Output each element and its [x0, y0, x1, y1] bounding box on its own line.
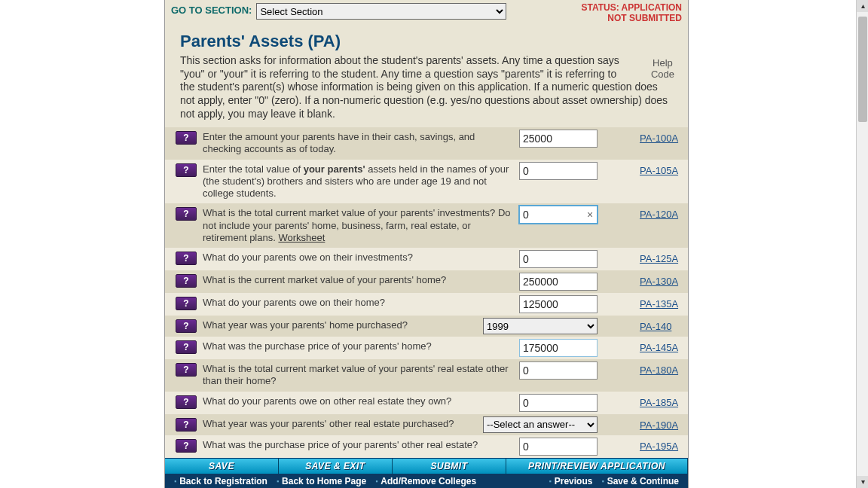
help-code-link[interactable]: PA-190A	[640, 416, 683, 431]
help-code-link[interactable]: PA-105A	[640, 162, 683, 176]
back-to-registration-link[interactable]: Back to Registration	[174, 476, 267, 486]
question-text: What do your parents owe on their home?	[197, 295, 519, 310]
submit-button[interactable]: SUBMIT	[393, 459, 506, 474]
help-code-link[interactable]: PA-125A	[640, 250, 683, 264]
help-code-link[interactable]: PA-145A	[640, 339, 683, 353]
help-icon[interactable]: ?	[176, 163, 197, 177]
previous-link[interactable]: Previous	[549, 476, 593, 486]
input-pa135a[interactable]	[519, 295, 598, 313]
question-row-pa190a: ? What year was your parents' other real…	[165, 414, 688, 435]
input-pa180a[interactable]	[519, 361, 598, 380]
help-icon[interactable]: ?	[176, 439, 197, 453]
add-remove-colleges-link[interactable]: Add/Remove Colleges	[375, 476, 476, 486]
print-review-button[interactable]: PRINT/REVIEW APPLICATION	[506, 459, 688, 474]
question-text: Enter the total value of your parents' a…	[197, 162, 519, 202]
help-code-link[interactable]: PA-140	[640, 318, 683, 332]
question-row-pa125a: ? What do your parents owe on their inve…	[165, 248, 688, 270]
help-icon[interactable]: ?	[176, 252, 197, 265]
section-header: Help Code Parents' Assets (PA) This sect…	[165, 32, 688, 128]
scroll-down-icon[interactable]: ▾	[857, 476, 868, 488]
question-text: What is the current market value of your…	[197, 273, 519, 288]
help-icon[interactable]: ?	[176, 274, 197, 288]
select-pa140[interactable]: 1999	[483, 318, 598, 334]
status-line1: STATUS: APPLICATION	[581, 3, 682, 14]
help-icon[interactable]: ?	[176, 363, 197, 377]
goto-label: GO TO SECTION:	[171, 5, 252, 16]
select-pa190a[interactable]: --Select an answer--	[483, 416, 598, 433]
help-icon[interactable]: ?	[176, 131, 197, 145]
nav-bar: Back to Registration Back to Home Page A…	[165, 474, 688, 488]
question-row-pa135a: ? What do your parents owe on their home…	[165, 293, 688, 316]
help-code-link[interactable]: PA-135A	[640, 295, 683, 310]
goto-section-select[interactable]: Select Section	[256, 3, 506, 20]
question-row-pa105a: ? Enter the total value of your parents'…	[165, 160, 688, 204]
question-row-pa185a: ? What do your parents owe on other real…	[165, 392, 688, 414]
question-text: Enter the amount your parents have in th…	[197, 130, 519, 157]
input-pa195a[interactable]	[519, 438, 598, 456]
question-rows: ? Enter the amount your parents have in …	[165, 127, 688, 458]
question-text: What was the purchase price of your pare…	[197, 339, 519, 354]
question-text: What do your parents owe on their invest…	[197, 250, 519, 265]
help-icon[interactable]: ?	[176, 207, 197, 221]
question-text: What is the total current market value o…	[197, 206, 519, 246]
help-code-link[interactable]: PA-180A	[640, 361, 683, 376]
clear-input-icon[interactable]: ×	[584, 209, 596, 221]
help-code-link[interactable]: PA-195A	[640, 438, 683, 452]
scroll-up-icon[interactable]: ▴	[857, 0, 868, 12]
help-code-link[interactable]: PA-100A	[640, 130, 683, 144]
input-pa125a[interactable]	[519, 250, 598, 268]
question-text: What year was your parents' home purchas…	[197, 318, 519, 333]
question-row-pa130a: ? What is the current market value of yo…	[165, 270, 688, 293]
status-line2: NOT SUBMITTED	[581, 14, 682, 24]
help-icon[interactable]: ?	[176, 395, 197, 409]
input-pa130a[interactable]	[519, 273, 598, 291]
section-description: This section asks for information about …	[180, 54, 674, 122]
action-bar: SAVE SAVE & EXIT SUBMIT PRINT/REVIEW APP…	[165, 458, 688, 474]
input-pa145a[interactable]	[519, 339, 598, 357]
input-pa105a[interactable]	[519, 162, 598, 180]
help-icon[interactable]: ?	[176, 340, 197, 354]
question-text: What is the total current market value o…	[197, 361, 519, 389]
save-exit-button[interactable]: SAVE & EXIT	[279, 459, 393, 474]
vertical-scrollbar[interactable]: ▴ ▾	[856, 0, 868, 488]
save-button[interactable]: SAVE	[165, 459, 279, 474]
input-pa185a[interactable]	[519, 394, 598, 412]
help-icon[interactable]: ?	[176, 418, 197, 432]
question-row-pa195a: ? What was the purchase price of your pa…	[165, 435, 688, 458]
question-row-pa140: ? What year was your parents' home purch…	[165, 316, 688, 337]
help-code-link[interactable]: PA-130A	[640, 273, 683, 287]
question-row-pa145a: ? What was the purchase price of your pa…	[165, 337, 688, 359]
question-row-pa100a: ? Enter the amount your parents have in …	[165, 127, 688, 160]
help-icon[interactable]: ?	[176, 319, 197, 333]
question-text: What was the purchase price of your pare…	[197, 438, 519, 453]
page-title: Parents' Assets (PA)	[180, 32, 674, 51]
save-continue-link[interactable]: Save & Continue	[601, 476, 679, 486]
form-panel: GO TO SECTION: Select Section STATUS: AP…	[164, 0, 689, 488]
input-pa100a[interactable]	[519, 130, 598, 148]
status-text: STATUS: APPLICATION NOT SUBMITTED	[581, 3, 682, 24]
scroll-thumb[interactable]	[858, 17, 867, 122]
back-to-home-link[interactable]: Back to Home Page	[277, 476, 366, 486]
question-row-pa180a: ? What is the total current market value…	[165, 359, 688, 392]
help-code-header: Help Code	[651, 57, 674, 81]
help-code-link[interactable]: PA-185A	[640, 394, 683, 408]
question-text: What do your parents owe on other real e…	[197, 394, 519, 409]
question-row-pa120a: ? What is the total current market value…	[165, 203, 688, 248]
help-icon[interactable]: ?	[176, 297, 197, 310]
help-code-link[interactable]: PA-120A	[640, 206, 683, 220]
topbar: GO TO SECTION: Select Section STATUS: AP…	[165, 0, 688, 32]
worksheet-link[interactable]: Worksheet	[278, 232, 325, 243]
question-text: What year was your parents' other real e…	[197, 416, 519, 432]
